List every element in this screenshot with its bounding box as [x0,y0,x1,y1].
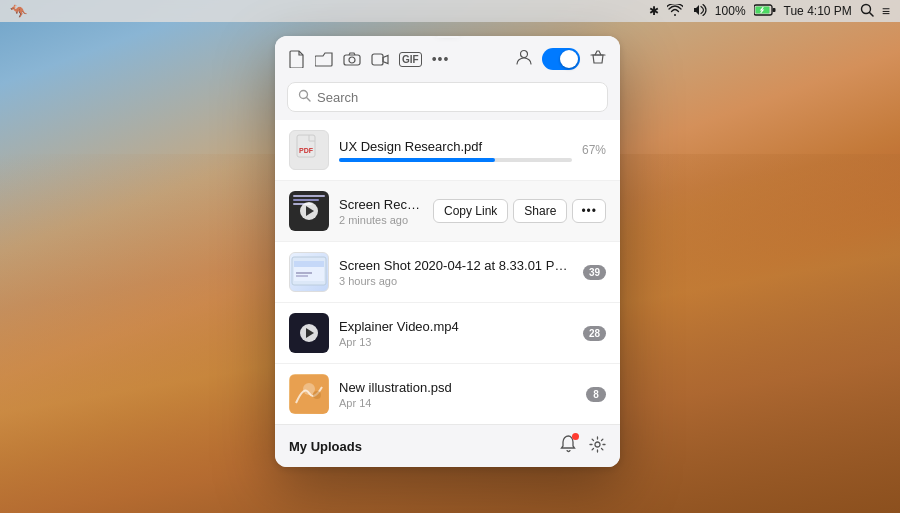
popup-footer: My Uploads [275,424,620,467]
svg-text:PDF: PDF [299,147,314,154]
toolbar-right [516,48,606,70]
share-button[interactable]: Share [513,199,567,223]
play-triangle-icon [306,328,314,338]
menubar-left: 🦘 [10,3,27,19]
play-triangle-icon [306,206,314,216]
more-toolbar-icon[interactable]: ••• [432,51,450,67]
badge: 8 [586,387,606,402]
file-info: Screen Record... 2 minutes ago [339,197,423,226]
footer-icons [560,435,606,457]
badge: 39 [583,265,606,280]
screen-line [293,195,325,197]
more-actions-button[interactable]: ••• [572,199,606,223]
kangaroo-icon: 🦘 [10,3,27,19]
battery-icon [754,4,776,19]
volume-icon [691,4,707,19]
search-icon [298,89,311,105]
list-item[interactable]: PDF UX Design Research.pdf 67% [275,120,620,181]
toolbar: GIF ••• [275,36,620,78]
datetime: Tue 4:10 PM [784,4,852,18]
svg-rect-2 [772,8,775,12]
search-bar[interactable] [287,82,608,112]
popup-panel: GIF ••• [275,36,620,467]
file-info: New illustration.psd Apr 14 [339,380,576,409]
file-meta: 3 hours ago [339,275,573,287]
file-name: Explainer Video.mp4 [339,319,573,334]
user-icon[interactable] [516,49,532,69]
file-meta: Apr 14 [339,397,576,409]
svg-point-21 [595,442,600,447]
list-item[interactable]: Screen Record... 2 minutes ago Copy Link… [275,181,620,242]
svg-point-19 [303,383,315,395]
screen-line [293,199,319,201]
play-btn [300,324,318,342]
file-thumbnail [289,191,329,231]
file-info: Explainer Video.mp4 Apr 13 [339,319,573,348]
svg-line-4 [869,12,873,16]
search-menubar-icon[interactable] [860,3,874,20]
search-input[interactable] [317,90,597,105]
folder-icon[interactable] [315,52,333,67]
svg-point-6 [349,57,355,63]
video-icon[interactable] [371,53,389,66]
wifi-icon [667,4,683,19]
menubar: 🦘 ✱ 100% [0,0,900,22]
svg-line-10 [307,98,310,101]
file-thumbnail [289,252,329,292]
svg-rect-7 [372,54,383,65]
settings-icon[interactable] [589,436,606,457]
new-file-icon[interactable] [289,50,305,68]
progress-pct: 67% [582,143,606,157]
camera-icon[interactable] [343,52,361,66]
list-item[interactable]: New illustration.psd Apr 14 8 [275,364,620,424]
file-info: Screen Shot 2020-04-12 at 8.33.01 PM... … [339,258,573,287]
file-meta: Apr 13 [339,336,573,348]
svg-point-8 [521,51,528,58]
svg-point-20 [313,391,321,399]
footer-title: My Uploads [289,439,362,454]
file-name: Screen Shot 2020-04-12 at 8.33.01 PM... [339,258,573,273]
file-thumbnail [289,313,329,353]
action-buttons: Copy Link Share ••• [433,199,606,223]
menubar-menu-icon[interactable]: ≡ [882,3,890,19]
svg-rect-15 [294,261,324,267]
bluetooth-icon: ✱ [649,4,659,18]
copy-link-button[interactable]: Copy Link [433,199,508,223]
bell-icon[interactable] [560,435,577,457]
progress-bar-fill [339,158,495,162]
menubar-right: ✱ 100% [649,3,890,20]
file-name: UX Design Research.pdf [339,139,572,154]
sync-toggle[interactable] [542,48,580,70]
file-info: UX Design Research.pdf [339,139,572,162]
badge: 28 [583,326,606,341]
progress-bar-container [339,158,572,162]
file-name: New illustration.psd [339,380,576,395]
desktop: 🦘 ✱ 100% [0,0,900,513]
gif-icon[interactable]: GIF [399,52,422,67]
file-meta: 2 minutes ago [339,214,423,226]
list-item[interactable]: Explainer Video.mp4 Apr 13 28 [275,303,620,364]
file-thumbnail: PDF [289,130,329,170]
file-name: Screen Record... [339,197,423,212]
file-list: PDF UX Design Research.pdf 67% [275,120,620,424]
file-thumbnail [289,374,329,414]
list-item[interactable]: Screen Shot 2020-04-12 at 8.33.01 PM... … [275,242,620,303]
svg-point-9 [300,91,308,99]
battery-pct: 100% [715,4,746,18]
basket-icon[interactable] [590,49,606,69]
toolbar-left: GIF ••• [289,50,449,68]
notification-dot [572,433,579,440]
